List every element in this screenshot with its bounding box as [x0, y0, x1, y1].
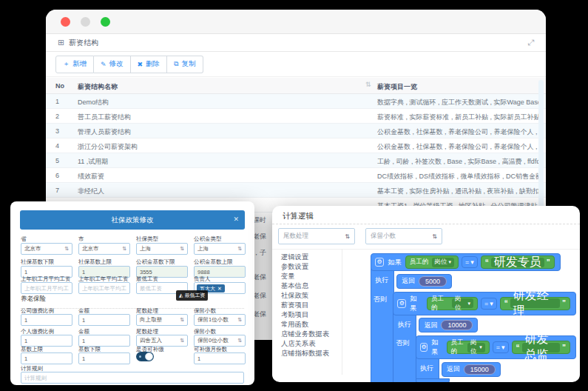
- delete-button[interactable]: ✖ 删除: [131, 56, 168, 73]
- table-row[interactable]: 6 绩效薪资 DC绩效指标 , DS绩效指标 , 微单绩效指标 , DC销售金额…: [46, 168, 546, 183]
- field-label: 公积金基数上限: [194, 258, 233, 266]
- employee-field-block[interactable]: 员工的 岗位▾: [427, 297, 478, 310]
- menu-item-social-policy[interactable]: 社保政策: [281, 291, 308, 301]
- string-value[interactable]: 研发经理: [510, 298, 560, 308]
- if-block-header[interactable]: ⚙ 如果 员工的 岗位▾ =▾: [416, 335, 576, 359]
- operator-block[interactable]: =▾: [481, 298, 497, 310]
- if-block-outer[interactable]: ⚙ 如果 员工的 岗位▾ =▾ “ 研发专员 ” 执行: [371, 253, 576, 382]
- menu-item-basic-info[interactable]: 基本信息: [281, 281, 308, 291]
- menu-item-store-business-table[interactable]: 店铺业务数据表: [281, 330, 329, 339]
- menu-item-person-store-table[interactable]: 人店关系表: [281, 339, 315, 349]
- number-block[interactable]: 10000: [441, 320, 473, 330]
- employee-field-block[interactable]: 员工的 岗位▾: [447, 341, 490, 354]
- number-block[interactable]: 5000: [419, 276, 447, 287]
- company-rounding-select[interactable]: 向上取整⇅: [136, 314, 188, 326]
- page-title: 薪资结构: [69, 38, 98, 48]
- select-stepper-icon: ⇅: [64, 246, 69, 252]
- select-value: 尾数处理: [283, 232, 308, 241]
- minimize-window-button[interactable]: [81, 17, 90, 27]
- yearly-avg-wage-input[interactable]: [78, 282, 130, 294]
- return-block[interactable]: 返回 10000: [419, 318, 478, 332]
- select-stepper-icon: ⇅: [122, 246, 126, 252]
- operator-block[interactable]: =▾: [462, 256, 478, 268]
- table-row[interactable]: 4 浙江分公司薪资架构 公积金基数 , 社保基数 , 养老保险公司 , 养老保险…: [46, 138, 546, 153]
- string-block[interactable]: “ 研发经理 ”: [500, 297, 570, 310]
- if-block-inner[interactable]: ⚙ 如果 员工的 岗位▾ =▾: [416, 335, 576, 382]
- backpay-months-input[interactable]: [194, 352, 246, 364]
- company-rate-input[interactable]: [21, 314, 72, 326]
- personal-amount-input[interactable]: [78, 335, 130, 347]
- calc-rule-input[interactable]: [21, 372, 244, 384]
- add-button-label: 新增: [72, 59, 87, 69]
- string-value[interactable]: 研发总监: [522, 343, 560, 352]
- menu-item-variables[interactable]: 变量: [281, 272, 295, 281]
- if-block-header[interactable]: ⚙ 如果 员工的 岗位▾ =▾ “ 研发经理: [393, 292, 576, 315]
- table-row[interactable]: 2 普工员工薪资结构 薪资标准 , 实际薪资标准 , 新员工补贴 , 实际新员工…: [46, 109, 546, 124]
- base-lower-input[interactable]: [78, 352, 130, 364]
- expand-icon[interactable]: ⤢: [527, 38, 534, 47]
- column-header-name[interactable]: 薪资结构名称: [78, 82, 118, 92]
- select-value: 保留0位小数: [197, 337, 229, 344]
- menu-item-store-metric-table[interactable]: 店铺指标数据表: [281, 349, 329, 358]
- close-window-button[interactable]: [61, 17, 70, 27]
- base-upper-input[interactable]: [21, 352, 72, 364]
- return-keyword: 返回: [424, 321, 437, 330]
- column-header-no: No: [55, 82, 64, 90]
- city-select[interactable]: 北京市⇅: [78, 243, 130, 255]
- close-icon[interactable]: ✕: [233, 215, 239, 223]
- operator-block[interactable]: =▾: [493, 341, 509, 353]
- menu-item-param-settings[interactable]: 参数设置: [281, 262, 308, 272]
- gear-icon[interactable]: ⚙: [420, 343, 428, 352]
- company-decimals-select[interactable]: 保留1位小数⇅: [194, 314, 246, 326]
- menu-item-attendance-items[interactable]: 考勤项目: [281, 310, 308, 320]
- field-label: 岗位: [470, 338, 478, 356]
- menu-item-logic-settings[interactable]: 逻辑设置: [281, 253, 308, 262]
- table-row[interactable]: 5 11 ,试用期 工龄 , 司龄 , 补签次数 , Base , 实际Base…: [46, 153, 546, 168]
- return-keyword: 返回: [402, 276, 415, 286]
- if-block-header[interactable]: ⚙ 如果 员工的 岗位▾ =▾ “ 研发专员 ”: [371, 253, 561, 271]
- table-row[interactable]: 1 Demo结构 数据字典 , 测试循环 , 应工作天数测试 , 实际Wage …: [46, 94, 546, 109]
- employee-field-block[interactable]: 员工的 岗位▾: [405, 255, 459, 269]
- personal-rounding-select[interactable]: 四舍五入⇅: [136, 335, 188, 347]
- decimals-select[interactable]: 保留小数 ⇅: [365, 228, 442, 244]
- table-row[interactable]: 7 非经纪人 基本工资 , 实际住房补贴 , 通讯补贴 , 夜班补贴 , 缺勤扣…: [46, 183, 546, 198]
- menu-item-salary-items[interactable]: 薪资项目: [281, 301, 308, 310]
- social-type-select[interactable]: 上海⇅: [136, 243, 188, 255]
- rounding-select[interactable]: 尾数处理 ⇅: [278, 228, 355, 244]
- select-stepper-icon: ⇅: [180, 246, 184, 252]
- return-block[interactable]: 返回 15000: [442, 362, 501, 377]
- gear-icon[interactable]: ⚙: [397, 299, 406, 308]
- add-button[interactable]: ＋ 新增: [55, 56, 94, 73]
- string-value[interactable]: 研发专员: [491, 258, 544, 267]
- dashed-divider: [272, 224, 580, 224]
- field-dropdown[interactable]: 岗位▾: [467, 343, 485, 352]
- string-block[interactable]: “ 研发总监 ”: [512, 341, 570, 354]
- personal-decimals-select[interactable]: 保留0位小数⇅: [194, 335, 246, 347]
- field-label: 社保基数下限: [21, 258, 54, 266]
- gear-icon[interactable]: ⚙: [375, 258, 384, 267]
- province-select[interactable]: 北京市⇅: [21, 243, 72, 255]
- tag-close-icon[interactable]: ✕: [217, 286, 222, 292]
- zoom-window-button[interactable]: [101, 17, 110, 27]
- number-block[interactable]: 15000: [464, 364, 496, 375]
- field-dropdown[interactable]: 岗位▾: [452, 298, 473, 308]
- titlebar: [46, 10, 546, 34]
- table-row[interactable]: 3 管理人员薪资结构 公积金基数 , 社保基数 , 养老保险公司 , 养老保险个…: [46, 124, 546, 138]
- company-amount-input[interactable]: [78, 314, 130, 326]
- personal-rate-input[interactable]: [21, 335, 72, 347]
- return-block[interactable]: 返回 5000: [396, 274, 452, 289]
- field-dropdown[interactable]: 岗位▾: [432, 258, 455, 267]
- cell-no: 1: [55, 98, 59, 105]
- allow-backpay-toggle[interactable]: [136, 352, 154, 361]
- monthly-avg-wage-input[interactable]: [21, 282, 72, 294]
- cell-items: 数据字典 , 测试循环 , 应工作天数测试 , 实际Wage Base , 迟到…: [377, 98, 541, 107]
- if-block-middle[interactable]: ⚙ 如果 员工的 岗位▾ =▾ “ 研发经理: [393, 292, 576, 383]
- menu-item-common-functions[interactable]: 常用函数: [281, 320, 308, 330]
- if-keyword: 如果: [431, 338, 443, 357]
- sort-icon[interactable]: ⇅: [365, 81, 371, 88]
- copy-button[interactable]: ⧉ 复制: [167, 56, 203, 73]
- string-block[interactable]: “ 研发专员 ”: [481, 255, 555, 269]
- edit-button[interactable]: ✎ 修改: [94, 56, 131, 73]
- fund-type-select[interactable]: 上海⇅: [194, 243, 246, 255]
- select-value: 北京市: [24, 245, 41, 253]
